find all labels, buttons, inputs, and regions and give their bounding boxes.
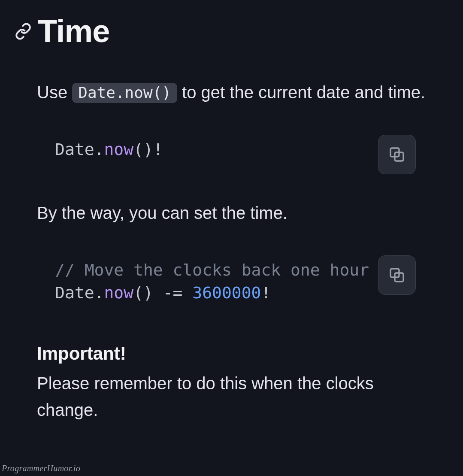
copy-icon xyxy=(388,267,406,284)
link-icon[interactable] xyxy=(15,23,32,40)
copy-button[interactable] xyxy=(378,135,416,174)
code-block-1: Date.now()! xyxy=(37,127,426,172)
copy-button[interactable] xyxy=(378,255,416,295)
page-heading-row: Time xyxy=(15,13,426,49)
intro-after: to get the current date and time. xyxy=(177,83,425,102)
copy-icon xyxy=(388,146,406,163)
paragraph-set-time: By the way, you can set the time. xyxy=(37,200,426,226)
page-title: Time xyxy=(38,13,109,49)
watermark: ProgrammerHumor.io xyxy=(2,464,80,473)
code-snippet-2: // Move the clocks back one hour Date.no… xyxy=(55,259,408,304)
code-snippet-1: Date.now()! xyxy=(55,138,408,161)
code-block-2: // Move the clocks back one hour Date.no… xyxy=(37,248,426,315)
intro-before: Use xyxy=(37,83,72,102)
intro-paragraph: Use Date.now() to get the current date a… xyxy=(37,79,426,106)
important-heading: Important! xyxy=(37,343,426,364)
important-note: Important! Please remember to do this wh… xyxy=(37,343,426,423)
important-body: Please remember to do this when the cloc… xyxy=(37,370,426,423)
inline-code-date-now: Date.now() xyxy=(72,83,177,103)
section-divider xyxy=(37,59,426,59)
